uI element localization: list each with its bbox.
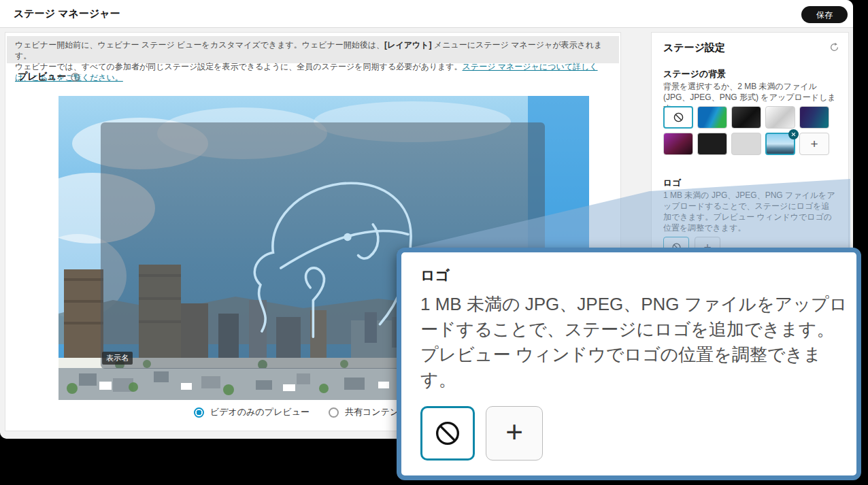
logo-section-title: ロゴ [663,177,682,189]
x-icon [791,132,796,137]
screenshot-canvas: ステージ マネージャー 保存 ウェビナー開始前に、ウェビナー ステージ ビューを… [0,0,868,485]
background-thumb-city-photo[interactable] [765,133,795,155]
background-thumb-gray[interactable] [731,133,761,155]
radio-selected-icon[interactable] [194,407,204,418]
background-thumb-blue-green[interactable] [697,106,727,129]
display-name-tag: 表示名 [102,352,133,365]
background-thumb-dark-wave[interactable] [731,106,761,129]
background-thumb-silver[interactable] [765,106,795,129]
save-button[interactable]: 保存 [801,6,848,23]
background-section-title: ステージの背景 [663,68,726,80]
preview-section-title: プレビュー [18,71,80,83]
logo-section-description: 1 MB 未満の JPG、JPEG、PNG ファイルをアップロードすることで、ス… [663,190,837,233]
app-header: ステージ マネージャー 保存 [0,0,853,28]
radio-video-only[interactable]: ビデオのみのプレビュー [194,406,310,418]
plus-icon: + [505,417,523,447]
popup-logo-title: ロゴ [420,266,840,285]
remove-background-badge[interactable] [788,129,799,139]
popup-logo-description: 1 MB 未満の JPG、JPEG、PNG ファイルをアップロードすることで、ス… [420,292,848,392]
info-banner: ウェビナー開始前に、ウェビナー ステージ ビューをカスタマイズできます。ウェビナ… [7,36,619,63]
background-thumb-black[interactable] [697,133,727,155]
background-thumb-indigo-teal[interactable] [799,106,829,129]
plus-icon: + [810,137,818,150]
sidebar-title: ステージ設定 [663,41,725,54]
popup-logo-upload-button[interactable]: + [486,406,543,461]
magnified-logo-callout: ロゴ 1 MB 未満の JPG、JPEG、PNG ファイルをアップロードすること… [397,248,861,480]
radio-unselected-icon[interactable] [329,407,339,418]
background-upload-button[interactable]: + [799,133,829,155]
page-title: ステージ マネージャー [14,7,120,20]
banner-line1: ウェビナー開始前に、ウェビナー ステージ ビューをカスタマイズできます。ウェビナ… [15,39,611,61]
background-thumbnails: + [663,106,833,155]
no-logo-icon [434,420,461,447]
no-background-icon [673,112,684,123]
info-icon[interactable] [71,73,80,82]
background-thumb-magenta[interactable] [663,133,693,155]
popup-logo-none-button[interactable] [420,406,475,461]
background-thumb-none[interactable] [663,106,693,129]
popup-logo-buttons: + [420,406,840,461]
banner-line2: ウェビナーでは、すべての参加者が同じステージ設定を表示できるように、全員のステー… [15,61,611,83]
refresh-icon[interactable] [829,42,839,52]
banner-layout-menu-ref: [レイアウト] [384,40,431,50]
